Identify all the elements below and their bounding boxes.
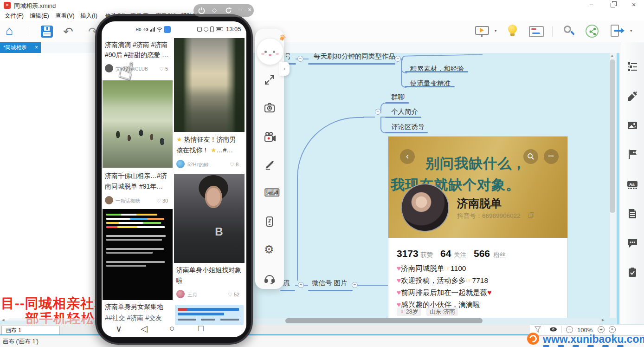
feed-avatar-whale[interactable]: [176, 160, 185, 168]
vscroll-thumb[interactable]: [610, 59, 615, 213]
feed-likes[interactable]: ♡ 8: [230, 162, 238, 168]
stat-following-label: 关注: [454, 251, 466, 259]
hscroll-left-arrow[interactable]: ◂: [2, 317, 5, 323]
home-icon[interactable]: ⌂: [6, 24, 13, 38]
hscroll-thumb[interactable]: [285, 318, 483, 323]
feed-likes[interactable]: ♡ 52: [228, 292, 239, 298]
fullscreen-icon[interactable]: [264, 74, 275, 85]
douyin-avatar[interactable]: [401, 183, 449, 232]
export-button[interactable]: [611, 25, 625, 38]
menu-view[interactable]: 查看(V): [55, 12, 75, 20]
keyboard-caret-icon[interactable]: ˆ: [276, 190, 278, 196]
collapse-minus-icon[interactable]: −: [352, 282, 358, 288]
style-brush-icon[interactable]: [627, 91, 638, 102]
undo-button[interactable]: ↶: [63, 25, 73, 39]
feed-username[interactable]: 52Hz的鲸: [187, 162, 209, 168]
topic-groupchat[interactable]: 群聊: [391, 93, 405, 102]
branch-line: [363, 117, 375, 118]
collapse-minus-icon[interactable]: −: [297, 56, 303, 62]
nav-collapse-icon[interactable]: ∨: [116, 323, 122, 334]
sheet-tab-canvas1[interactable]: 画布 1: [1, 326, 60, 334]
label-icon[interactable]: Aa: [627, 179, 638, 190]
feed-likes[interactable]: ♡ 30: [156, 198, 168, 204]
save-button[interactable]: [41, 26, 53, 38]
marker-flag-icon[interactable]: [627, 149, 638, 160]
share-button[interactable]: [586, 25, 599, 38]
comment-icon[interactable]: [627, 237, 638, 249]
menu-file[interactable]: 文件(F): [5, 12, 24, 20]
search-icon[interactable]: [523, 149, 538, 164]
image-icon[interactable]: [627, 120, 638, 131]
feed-card-title[interactable]: 济南单身男女聚集地: [105, 303, 163, 311]
feed-photo-textpost[interactable]: [103, 209, 173, 300]
restore-button[interactable]: [611, 1, 617, 7]
menu-insert[interactable]: 插入(I): [80, 12, 97, 20]
diamond-icon[interactable]: ◇: [212, 7, 217, 13]
collapse-minus-icon[interactable]: −: [395, 56, 401, 62]
feed-photo-girl[interactable]: B: [174, 174, 245, 263]
format-icon[interactable]: [627, 61, 638, 72]
settings-gear-icon[interactable]: ⚙: [264, 244, 275, 255]
feed-avatar[interactable]: [176, 290, 185, 298]
collapse-minus-icon[interactable]: −: [375, 109, 381, 115]
search-button[interactable]: [563, 25, 576, 38]
document-tab-close-icon[interactable]: ×: [35, 42, 38, 53]
draw-brush-icon[interactable]: [264, 160, 275, 171]
feed-card-title[interactable]: 济南千佛山相亲…#济: [105, 172, 167, 180]
presentation-dropdown-icon[interactable]: ▾: [495, 28, 497, 33]
feed-card-title[interactable]: #90后 #甜甜的恋爱 …: [105, 51, 168, 59]
feed-likes[interactable]: ♡ 5: [159, 66, 168, 72]
lightbulb-button[interactable]: [508, 25, 518, 38]
feed-avatar[interactable]: [105, 196, 113, 204]
feed-username[interactable]: 三月: [187, 292, 197, 298]
copy-icon[interactable]: [528, 212, 535, 218]
rotate-icon[interactable]: [225, 7, 232, 14]
douyin-profile-image-node[interactable]: 别问我缺什么， 我现在就缺个对象。 ‹ ••• 济南脱单 抖音号：6698990…: [388, 136, 568, 318]
keyboard-icon[interactable]: ⌨: [264, 187, 275, 198]
feed-card-title[interactable]: 孩在找你！ ★…#…: [176, 146, 233, 155]
minimize-icon[interactable]: −: [238, 6, 242, 13]
panel-collapse-handle[interactable]: ‹: [279, 62, 290, 76]
mascot-avatar[interactable]: ♛: [257, 38, 283, 65]
topic-comment-guide[interactable]: 评论区诱导: [391, 123, 425, 131]
nav-recents-icon[interactable]: □: [198, 323, 203, 334]
topic-partial-flow[interactable]: 流: [283, 279, 290, 288]
minimize-button[interactable]: −: [589, 1, 593, 8]
vscroll-up-arrow[interactable]: ▴: [611, 53, 613, 58]
feed-ad-card[interactable]: [175, 305, 244, 325]
topic-intro[interactable]: 个人简介: [391, 107, 418, 116]
document-tab[interactable]: *同城相亲 ×: [0, 42, 41, 53]
topic-daily-scroll[interactable]: 每天刷30分钟的同类型作品: [314, 52, 395, 61]
feed-photo-canal[interactable]: [174, 38, 245, 132]
collapse-minus-icon[interactable]: −: [298, 282, 304, 288]
close-button[interactable]: ×: [632, 1, 636, 8]
note-card-button[interactable]: [529, 26, 544, 37]
menu-edit[interactable]: 编辑(E): [30, 12, 49, 20]
topic-partial-top[interactable]: 号: [284, 52, 291, 61]
task-icon[interactable]: [627, 267, 638, 278]
nav-home-icon[interactable]: ○: [169, 323, 174, 334]
hscroll-right-arrow[interactable]: ▸: [602, 317, 605, 323]
close-icon[interactable]: ×: [248, 6, 251, 13]
presentation-button[interactable]: [475, 26, 490, 37]
notes-icon[interactable]: [627, 208, 638, 219]
record-video-icon[interactable]: [264, 131, 275, 143]
feed-card-title[interactable]: 济南滴滴 #济南 #济南: [105, 41, 167, 49]
feed-username[interactable]: 一颗话梅糖: [116, 198, 140, 204]
feed-card-title[interactable]: ##社交 #济南 #交友: [105, 314, 162, 322]
feed-photo-park[interactable]: [103, 80, 173, 168]
phone-sleep-icon[interactable]: [264, 216, 275, 227]
nav-back-icon[interactable]: ◁: [141, 323, 148, 334]
more-icon[interactable]: •••: [544, 149, 559, 164]
power-icon[interactable]: [198, 7, 205, 14]
topic-wechat-image[interactable]: 微信号 图片: [312, 279, 348, 288]
back-icon[interactable]: ‹: [400, 149, 415, 164]
feed-card-title[interactable]: ★ 热情征友！济南男: [176, 136, 236, 144]
feed-avatar[interactable]: [105, 64, 113, 72]
screenshot-camera-icon[interactable]: [264, 102, 275, 113]
export-dropdown-icon[interactable]: ▾: [630, 28, 632, 33]
feed-card-title[interactable]: 济南单身小姐姐找对象: [176, 266, 241, 275]
headset-icon[interactable]: [264, 273, 275, 284]
feed-card-title[interactable]: 啦: [176, 277, 183, 285]
feed-card-title[interactable]: 南同城脱单 #91年…: [105, 183, 163, 191]
